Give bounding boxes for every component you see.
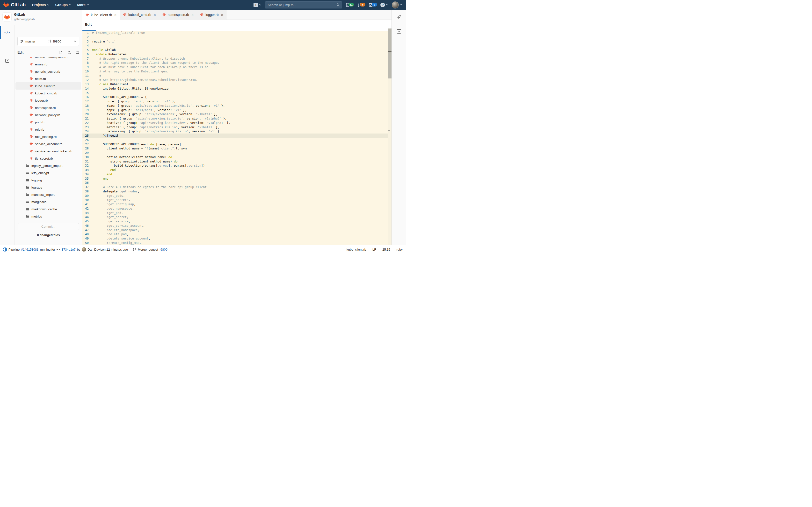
close-icon[interactable]: × [154, 13, 156, 17]
tree-item-errors.rb[interactable]: errors.rb [15, 61, 81, 68]
code-line-2[interactable]: 2 [83, 35, 388, 39]
code-line-45[interactable]: 45 :get_service, [83, 219, 388, 224]
code-line-36[interactable]: 36 [83, 181, 388, 185]
tree-item-role_binding.rb[interactable]: role_binding.rb [15, 133, 81, 140]
review-mode-rail-button[interactable] [0, 54, 14, 68]
tree-item-legacy_github_import[interactable]: legacy_github_import [15, 162, 81, 169]
mr-id-link[interactable]: !9800 [159, 248, 167, 251]
code-line-33[interactable]: 33 end [83, 168, 388, 172]
code-line-6[interactable]: 6 module Kubernetes [83, 52, 388, 56]
nav-menu-projects[interactable]: Projects [32, 3, 49, 7]
code-line-28[interactable]: 28 client_method_name = "#{name}_client"… [83, 146, 388, 151]
code-line-4[interactable]: 4 [83, 44, 388, 48]
tree-item-lograge[interactable]: lograge [15, 184, 81, 191]
tree-item-kubectl_cmd.rb[interactable]: kubectl_cmd.rb [15, 90, 81, 97]
tree-item-network_policy.rb[interactable]: network_policy.rb [15, 111, 81, 119]
nav-menu-more[interactable]: More [77, 3, 89, 7]
tab-namespace.rb[interactable]: namespace.rb× [159, 10, 197, 20]
edit-mode-rail-button[interactable]: </> [0, 25, 14, 39]
tab-kube_client.rb[interactable]: kube_client.rb× [83, 10, 120, 20]
code-line-27[interactable]: 27 SUPPORTED_API_GROUPS.each do |name, p… [83, 142, 388, 147]
code-line-37[interactable]: 37 # Core API methods delegates to the c… [83, 185, 388, 189]
tree-item-namespace.rb[interactable]: namespace.rb [15, 104, 81, 111]
code-line-35[interactable]: 35 end [83, 176, 388, 181]
gitlab-brand[interactable]: GitLab [3, 2, 26, 7]
code-line-38[interactable]: 38 delegate :get_nodes, [83, 189, 388, 193]
tree-item-default_namespace.rb[interactable]: default_namespace.rb [15, 57, 81, 61]
code-line-32[interactable]: 32 build_kubeclient(params[:group], para… [83, 163, 388, 168]
code-line-44[interactable]: 44 :get_secret, [83, 215, 388, 219]
code-line-11[interactable]: 11 # [83, 74, 388, 78]
code-line-39[interactable]: 39 :get_pods, [83, 193, 388, 198]
tree-item-metrics[interactable]: metrics [15, 213, 81, 220]
tree-item-logger.rb[interactable]: logger.rb [15, 97, 81, 104]
tab-kubectl_cmd.rb[interactable]: kubectl_cmd.rb× [120, 10, 159, 20]
code-line-21[interactable]: 21 istio: { group: 'apis/networking.isti… [83, 116, 388, 121]
pipeline-id-link[interactable]: #146153083 [21, 248, 39, 251]
close-icon[interactable]: × [114, 13, 116, 17]
user-menu-button[interactable] [392, 1, 402, 8]
new-menu-button[interactable]: + [254, 3, 261, 7]
close-icon[interactable]: × [191, 13, 194, 17]
code-line-41[interactable]: 41 :get_config_map, [83, 202, 388, 207]
tree-item-service_account_token.rb[interactable]: service_account_token.rb [15, 148, 81, 155]
code-line-25[interactable]: 25 }.freeze [83, 133, 388, 138]
global-search[interactable] [265, 1, 342, 8]
code-line-47[interactable]: 47 :delete_namespace, [83, 228, 388, 232]
code-line-34[interactable]: 34 end [83, 172, 388, 176]
code-editor[interactable]: 1# frozen_string_literal: true23require … [83, 31, 388, 245]
code-line-18[interactable]: 18 rbac: { group: 'apis/rbac.authorizati… [83, 104, 388, 108]
tree-item-role.rb[interactable]: role.rb [15, 126, 81, 133]
code-line-7[interactable]: 7 # Wrapper around Kubeclient::Client to… [83, 56, 388, 61]
code-line-31[interactable]: 31 strong_memoize(client_method_name) do [83, 159, 388, 164]
tree-item-manifest_import[interactable]: manifest_import [15, 191, 81, 198]
branch-selector[interactable]: master !9800 [17, 37, 79, 46]
upload-file-button[interactable] [67, 50, 71, 54]
code-line-12[interactable]: 12 # See https://github.com/abonas/kubec… [83, 78, 388, 82]
tree-item-markdown_cache[interactable]: markdown_cache [15, 206, 81, 213]
code-line-26[interactable]: 26 [83, 138, 388, 142]
code-line-43[interactable]: 43 :get_pod, [83, 211, 388, 215]
nav-menu-groups[interactable]: Groups [55, 3, 71, 7]
tree-item-service_account.rb[interactable]: service_account.rb [15, 140, 81, 148]
code-line-15[interactable]: 15 [83, 91, 388, 95]
code-line-14[interactable]: 14 include Gitlab::Utils::StrongMemoize [83, 87, 388, 91]
tree-item-logging[interactable]: logging [15, 176, 81, 184]
code-line-29[interactable]: 29 [83, 151, 388, 155]
commit-button[interactable]: Commit... [18, 223, 79, 230]
code-line-20[interactable]: 20 extensions: { group: 'apis/extensions… [83, 112, 388, 116]
project-header[interactable]: GitLab gitlab-org/gitlab [0, 10, 82, 25]
new-folder-button[interactable] [75, 50, 79, 54]
code-line-16[interactable]: 16 SUPPORTED_API_GROUPS = { [83, 95, 388, 99]
code-line-9[interactable]: 9 # We must have a kubeclient for each A… [83, 65, 388, 69]
code-line-13[interactable]: 13 class KubeClient [83, 82, 388, 87]
tree-item-tls_secret.rb[interactable]: tls_secret.rb [15, 155, 81, 162]
issues-nav-button[interactable]: 11 [346, 3, 354, 7]
tree-item-pod.rb[interactable]: pod.rb [15, 119, 81, 126]
code-line-10[interactable]: 10 # other way to use the Kubeclient gem… [83, 69, 388, 74]
pipelines-rail-button[interactable] [392, 25, 406, 38]
code-line-19[interactable]: 19 apps: { group: 'apis/apps', version: … [83, 108, 388, 112]
editor-scrollbar[interactable] [388, 31, 392, 245]
close-icon[interactable]: × [221, 13, 223, 17]
code-line-23[interactable]: 23 metrics: { group: 'apis/metrics.k8s.i… [83, 125, 388, 129]
code-line-5[interactable]: 5module Gitlab [83, 48, 388, 52]
code-line-24[interactable]: 24 networking: { group: 'apis/networking… [83, 129, 388, 133]
code-line-22[interactable]: 22 knative: { group: 'apis/serving.knati… [83, 121, 388, 125]
tab-logger.rb[interactable]: logger.rb× [197, 10, 226, 20]
code-line-46[interactable]: 46 :get_service_account, [83, 224, 388, 228]
merge-requests-nav-button[interactable]: 6 [357, 3, 365, 7]
code-line-50[interactable]: 50 :create_config_map, [83, 241, 388, 245]
tab-edit[interactable]: Edit [85, 22, 92, 26]
code-line-49[interactable]: 49 :delete_service_account, [83, 236, 388, 241]
tree-item-marginalia[interactable]: marginalia [15, 198, 81, 206]
code-line-30[interactable]: 30 define_method(client_method_name) do [83, 155, 388, 159]
tree-item-kube_client.rb[interactable]: kube_client.rb [15, 82, 81, 90]
scrollbar-thumb[interactable] [388, 29, 392, 78]
code-line-48[interactable]: 48 :delete_pod, [83, 232, 388, 236]
code-line-42[interactable]: 42 :get_namespace, [83, 207, 388, 211]
tree-item-helm.rb[interactable]: helm.rb [15, 75, 81, 82]
code-line-3[interactable]: 3require 'uri' [83, 39, 388, 44]
tree-item-generic_secret.rb[interactable]: generic_secret.rb [15, 68, 81, 75]
code-line-17[interactable]: 17 core: { group: 'api', version: 'v1' }… [83, 99, 388, 104]
